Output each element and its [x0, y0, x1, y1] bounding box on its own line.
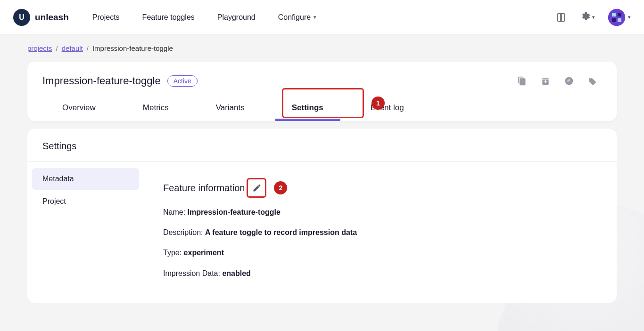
chevron-down-icon: ▾: [592, 14, 595, 20]
settings-main: Feature information 2 Name: Impression-f…: [144, 161, 617, 303]
tag-icon[interactable]: [587, 76, 598, 86]
docs-icon[interactable]: [555, 12, 567, 23]
nav-feature-toggles[interactable]: Feature toggles: [142, 13, 195, 22]
chevron-down-icon: ▾: [314, 14, 316, 20]
breadcrumb-separator: /: [56, 44, 58, 52]
info-name-row: Name: Impression-feature-toggle: [163, 207, 361, 218]
chevron-down-icon: ▾: [628, 14, 631, 20]
settings-panel-title: Settings: [27, 129, 617, 161]
edit-button-wrap: [248, 178, 266, 197]
info-type-value: experiment: [184, 249, 224, 257]
info-impression-row: Impression Data: enabled: [163, 268, 361, 279]
feature-info-heading: Feature information 2: [163, 178, 598, 197]
tab-event-log[interactable]: Event log: [347, 96, 428, 121]
info-description-value: A feature toggle to record impression da…: [205, 228, 357, 236]
status-badge: Active: [167, 75, 198, 87]
tab-overview[interactable]: Overview: [39, 96, 119, 121]
info-type-row: Type: experiment: [163, 247, 361, 258]
breadcrumb-projects[interactable]: projects: [27, 44, 52, 52]
clock-icon[interactable]: [564, 76, 574, 86]
annotation-badge-1: 1: [372, 97, 385, 110]
settings-card: Settings Metadata Project Feature inform…: [27, 129, 617, 303]
settings-sidebar: Metadata Project: [27, 161, 144, 303]
copy-icon[interactable]: [517, 76, 527, 86]
feature-info-title: Feature information: [163, 183, 245, 194]
settings-body: Metadata Project Feature information 2 N…: [27, 161, 617, 303]
nav-configure[interactable]: Configure ▾: [278, 13, 316, 22]
nav-configure-label: Configure: [278, 13, 311, 22]
svg-rect-0: [608, 9, 625, 26]
primary-nav: Projects Feature toggles Playground Conf…: [92, 13, 555, 22]
brand-name: unleash: [35, 12, 69, 23]
svg-rect-2: [618, 13, 621, 16]
tab-variants[interactable]: Variants: [192, 96, 268, 121]
info-type-label: Type:: [163, 249, 182, 257]
nav-playground[interactable]: Playground: [217, 13, 256, 22]
sidebar-item-metadata[interactable]: Metadata: [32, 168, 139, 190]
breadcrumb-separator: /: [87, 44, 89, 52]
avatar: [608, 9, 625, 26]
tab-settings[interactable]: Settings: [268, 96, 347, 121]
nav-right-actions: ▾ ▾: [555, 9, 631, 26]
gear-icon: [580, 11, 590, 24]
settings-menu[interactable]: ▾: [580, 11, 595, 24]
brand-logo[interactable]: U unleash: [13, 9, 69, 26]
sidebar-item-project[interactable]: Project: [32, 191, 139, 212]
svg-rect-1: [612, 13, 616, 16]
feature-header-card: Impression-feature-toggle Active Overvie…: [27, 62, 617, 121]
feature-tabs: Overview Metrics Variants Settings Event…: [27, 87, 617, 121]
feature-header-actions: [517, 76, 602, 86]
archive-icon[interactable]: [540, 76, 551, 86]
info-impression-label: Impression Data:: [163, 269, 220, 277]
svg-rect-3: [612, 18, 616, 22]
svg-rect-4: [618, 18, 621, 22]
info-name-label: Name:: [163, 208, 185, 216]
breadcrumb-default[interactable]: default: [62, 44, 83, 52]
edit-icon[interactable]: [251, 182, 263, 194]
breadcrumb-current: Impression-feature-toggle: [92, 44, 173, 52]
nav-projects[interactable]: Projects: [92, 13, 120, 22]
feature-title: Impression-feature-toggle: [42, 75, 161, 87]
info-name-value: Impression-feature-toggle: [188, 208, 281, 216]
annotation-badge-2: 2: [274, 181, 287, 194]
breadcrumb: projects / default / Impression-feature-…: [0, 35, 644, 58]
feature-header: Impression-feature-toggle Active: [27, 62, 617, 87]
top-nav: U unleash Projects Feature toggles Playg…: [0, 0, 644, 35]
info-description-row: Description: A feature toggle to record …: [163, 227, 361, 238]
tab-metrics[interactable]: Metrics: [119, 96, 192, 121]
info-impression-value: enabled: [222, 269, 250, 277]
logo-mark: U: [13, 9, 30, 26]
user-menu[interactable]: ▾: [608, 9, 631, 26]
info-description-label: Description:: [163, 228, 203, 236]
